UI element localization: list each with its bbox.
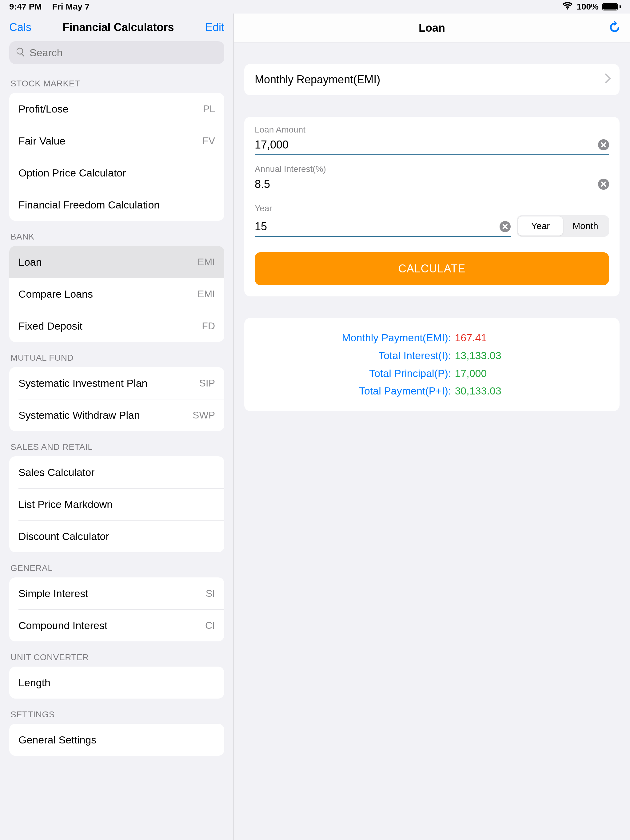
list-item-label: Compound Interest bbox=[19, 619, 108, 632]
result-interest-label: Total Interest(I): bbox=[256, 347, 453, 365]
list-item[interactable]: Compound InterestCI bbox=[19, 609, 224, 641]
result-interest-value: 13,133.03 bbox=[453, 347, 501, 365]
sidebar-header: Cals Financial Calculators Edit bbox=[0, 14, 233, 41]
wifi-icon bbox=[562, 2, 573, 12]
loan-amount-input[interactable] bbox=[255, 138, 594, 151]
result-monthly-value: 167.41 bbox=[453, 329, 487, 347]
emi-mode-label: Monthly Repayment(EMI) bbox=[255, 73, 380, 86]
chevron-right-icon bbox=[605, 73, 611, 87]
emi-mode-selector[interactable]: Monthly Repayment(EMI) bbox=[244, 64, 619, 95]
list-item-badge: SWP bbox=[193, 409, 215, 421]
list-item-badge: SIP bbox=[199, 377, 215, 389]
list-item-label: Fair Value bbox=[19, 135, 65, 147]
term-input[interactable] bbox=[255, 220, 495, 233]
search-field[interactable] bbox=[9, 41, 224, 64]
term-field: Year Year Month bbox=[255, 204, 609, 237]
list-item-label: Fixed Deposit bbox=[19, 320, 82, 332]
list-item-label: Option Price Calculator bbox=[19, 167, 126, 179]
status-date: Fri May 7 bbox=[52, 2, 90, 12]
sidebar-scroll[interactable]: STOCK MARKETProfit/LosePLFair ValueFVOpt… bbox=[0, 70, 233, 840]
list-card: Length bbox=[9, 666, 224, 699]
calculate-button[interactable]: CALCULATE bbox=[255, 252, 609, 285]
status-time: 9:47 PM bbox=[9, 2, 42, 12]
clear-amount-button[interactable] bbox=[598, 139, 609, 150]
annual-interest-field: Annual Interest(%) bbox=[255, 164, 609, 194]
list-item-badge: FD bbox=[202, 321, 215, 332]
section-header: BANK bbox=[11, 232, 224, 242]
list-item[interactable]: Systematic Withdraw PlanSWP bbox=[19, 399, 224, 431]
section-header: GENERAL bbox=[11, 563, 224, 573]
list-item-label: Profit/Lose bbox=[19, 103, 69, 115]
section-header: MUTUAL FUND bbox=[11, 353, 224, 363]
list-item[interactable]: Option Price Calculator bbox=[19, 157, 224, 189]
loan-amount-field: Loan Amount bbox=[255, 125, 609, 155]
results-card: Monthly Payment(EMI): 167.41 Total Inter… bbox=[244, 318, 619, 411]
list-item-label: Financial Freedom Calculation bbox=[19, 199, 160, 211]
search-icon bbox=[15, 47, 26, 58]
main-panel: Loan Monthly Repayment(EMI) Loan Amount bbox=[234, 14, 630, 840]
list-item[interactable]: Fixed DepositFD bbox=[19, 310, 224, 342]
list-item[interactable]: Compare LoansEMI bbox=[19, 278, 224, 310]
list-card: Simple InterestSICompound InterestCI bbox=[9, 578, 224, 641]
list-item-badge: SI bbox=[206, 588, 215, 599]
list-card: LoanEMICompare LoansEMIFixed DepositFD bbox=[9, 246, 224, 342]
annual-interest-input[interactable] bbox=[255, 178, 594, 191]
section-header: SETTINGS bbox=[11, 710, 224, 720]
list-item[interactable]: Fair ValueFV bbox=[19, 125, 224, 157]
clear-interest-button[interactable] bbox=[598, 178, 609, 190]
list-card: Sales CalculatorList Price MarkdownDisco… bbox=[9, 456, 224, 552]
main-header: Loan bbox=[234, 14, 630, 43]
list-item-badge: EMI bbox=[198, 256, 215, 268]
list-item-badge: EMI bbox=[198, 288, 215, 300]
result-principal-label: Total Principal(P): bbox=[256, 365, 453, 382]
annual-interest-label: Annual Interest(%) bbox=[255, 164, 609, 174]
list-item-label: Discount Calculator bbox=[19, 531, 109, 542]
refresh-button[interactable] bbox=[608, 21, 621, 35]
list-item-label: Compare Loans bbox=[19, 288, 93, 300]
list-card: Systematic Investment PlanSIPSystematic … bbox=[9, 367, 224, 431]
main-body: Monthly Repayment(EMI) Loan Amount bbox=[234, 43, 630, 840]
term-label: Year bbox=[255, 204, 609, 213]
list-item[interactable]: Discount Calculator bbox=[19, 520, 224, 552]
search-input[interactable] bbox=[30, 47, 218, 59]
list-item[interactable]: Simple InterestSI bbox=[9, 578, 224, 609]
list-item-label: Simple Interest bbox=[19, 587, 88, 600]
list-item-label: List Price Markdown bbox=[19, 498, 112, 510]
clear-term-button[interactable] bbox=[500, 221, 511, 232]
list-item[interactable]: List Price Markdown bbox=[19, 488, 224, 520]
sidebar-title: Financial Calculators bbox=[62, 21, 174, 34]
section-header: SALES AND RETAIL bbox=[11, 442, 224, 452]
list-card: General Settings bbox=[9, 724, 224, 756]
list-item[interactable]: Length bbox=[9, 666, 224, 699]
section-header: UNIT CONVERTER bbox=[11, 652, 224, 662]
term-unit-month[interactable]: Month bbox=[563, 216, 608, 235]
loan-amount-label: Loan Amount bbox=[255, 125, 609, 135]
list-item[interactable]: LoanEMI bbox=[9, 246, 224, 278]
list-item[interactable]: Sales Calculator bbox=[9, 456, 224, 488]
list-item[interactable]: Financial Freedom Calculation bbox=[19, 189, 224, 221]
status-right: 100% bbox=[562, 2, 621, 12]
list-item-badge: PL bbox=[203, 103, 215, 115]
list-item-badge: CI bbox=[205, 620, 215, 631]
edit-button[interactable]: Edit bbox=[205, 21, 224, 34]
term-unit-year[interactable]: Year bbox=[518, 216, 563, 235]
section-header: STOCK MARKET bbox=[11, 79, 224, 88]
status-bar: 9:47 PM Fri May 7 100% bbox=[0, 0, 630, 14]
back-button[interactable]: Cals bbox=[9, 21, 32, 34]
list-item-label: Loan bbox=[19, 256, 42, 268]
list-item-badge: FV bbox=[203, 135, 215, 147]
page-title: Loan bbox=[419, 22, 445, 35]
list-item-label: Sales Calculator bbox=[19, 466, 95, 478]
battery-icon bbox=[602, 3, 621, 11]
inputs-card: Loan Amount Annual Interest(%) bbox=[244, 117, 619, 297]
sidebar: Cals Financial Calculators Edit STOCK MA… bbox=[0, 14, 234, 840]
list-item-label: Systematic Withdraw Plan bbox=[19, 409, 140, 421]
term-unit-segmented[interactable]: Year Month bbox=[517, 215, 609, 237]
list-item[interactable]: Systematic Investment PlanSIP bbox=[9, 367, 224, 399]
list-item-label: Length bbox=[19, 677, 51, 689]
list-item[interactable]: General Settings bbox=[9, 724, 224, 756]
list-item[interactable]: Profit/LosePL bbox=[9, 93, 224, 125]
battery-percent: 100% bbox=[576, 2, 598, 12]
result-principal-value: 17,000 bbox=[453, 365, 487, 382]
list-item-label: Systematic Investment Plan bbox=[19, 377, 148, 389]
